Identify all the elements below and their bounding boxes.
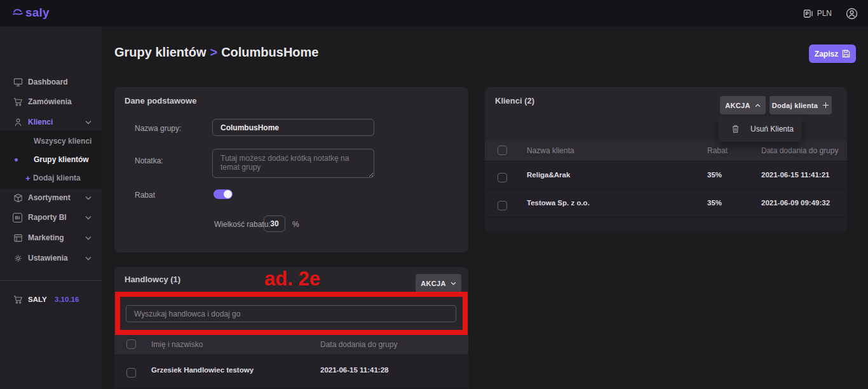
saly-logo-text: saly — [25, 6, 50, 20]
handlowcy-panel: Handlowcy (1) AKCJA Imię i nazwisko Data… — [114, 267, 468, 389]
select-all-checkbox[interactable] — [498, 146, 507, 155]
dane-podstawowe-panel: Dane podstawowe Nazwa grupy: Notatka: Ra… — [114, 87, 468, 252]
sidebar-item-label: Dashboard — [28, 78, 68, 86]
panel-title: Handlowcy (1) — [125, 275, 180, 284]
cell-rabat: 35% — [707, 199, 722, 207]
column-header: Nazwa klienta — [527, 146, 574, 155]
bi-icon-glyph: Bi — [15, 215, 20, 221]
row-checkbox[interactable] — [498, 201, 507, 210]
column-header: Data dodania do grupy — [761, 146, 838, 155]
column-header: Imię i nazwisko — [151, 340, 203, 349]
chevron-down-icon — [85, 256, 92, 261]
trash-icon — [731, 125, 740, 133]
monitor-icon — [13, 77, 23, 87]
save-button-label: Zapisz — [815, 50, 838, 58]
saly-logo-icon — [11, 6, 24, 19]
cart-icon — [13, 97, 23, 107]
sidebar-item-ustawienia[interactable]: Ustawienia — [0, 249, 102, 268]
table-row[interactable]: Testowa Sp. z o.o. 35% 2021-06-09 09:49:… — [485, 189, 847, 217]
akcja-button[interactable]: AKCJA — [416, 274, 461, 292]
table-row[interactable]: Grzesiek Handlowiec testowy 2021-06-15 1… — [114, 355, 468, 388]
cell-data-dodania: 2021-06-09 09:49:32 — [761, 199, 830, 207]
floppy-disk-icon — [842, 50, 850, 58]
save-button[interactable]: Zapisz — [809, 44, 856, 63]
chevron-down-icon — [85, 215, 92, 220]
handlowcy-table-header: Imię i nazwisko Data dodania do grupy — [114, 334, 468, 355]
akcja-button[interactable]: AKCJA — [720, 96, 766, 114]
sidebar-item-label: Asortyment — [28, 193, 71, 202]
chevron-down-icon — [451, 282, 456, 285]
sidebar-subitem-label: Dodaj klienta — [33, 174, 81, 182]
sidebar-item-asortyment[interactable]: Asortyment — [0, 188, 102, 207]
sidebar-item-raporty-bi[interactable]: Bi Raporty BI — [0, 208, 102, 227]
cart-icon — [13, 294, 23, 304]
currency-selector[interactable]: PLN — [803, 9, 832, 18]
panel-title: Klienci (2) — [495, 96, 534, 106]
topbar: saly PLN — [0, 0, 868, 27]
rabat-toggle[interactable] — [214, 189, 233, 199]
klienci-table-header: Nazwa klienta Rabat Data dodania do grup… — [485, 140, 847, 161]
cell-rabat: 35% — [707, 171, 722, 179]
notatka-label: Notatka: — [135, 156, 163, 165]
akcja-dropdown-menu: Usuń Klienta — [719, 116, 801, 142]
box-icon — [13, 193, 23, 203]
plus-icon — [822, 102, 829, 109]
breadcrumb-separator: > — [206, 45, 221, 59]
usun-klienta-menu-item[interactable]: Usuń Klienta — [750, 125, 794, 133]
saly-logo[interactable]: saly — [11, 6, 50, 20]
cell-data-dodania: 2021-06-15 11:41:21 — [761, 171, 829, 179]
select-all-checkbox[interactable] — [126, 339, 136, 349]
sidebar-item-dashboard[interactable]: Dashboard — [0, 72, 102, 92]
dodaj-klienta-button[interactable]: Dodaj klienta — [770, 96, 832, 114]
user-icon — [13, 117, 23, 127]
currency-icon — [803, 9, 813, 18]
chevron-down-icon — [85, 196, 92, 200]
wielkosc-rabatu-label: Wielkość rabatu: — [214, 220, 271, 229]
klienci-submenu: Wszyscy klienci Grupy klientów + Dodaj k… — [0, 130, 102, 189]
table-filler — [485, 217, 847, 232]
gear-icon — [13, 253, 23, 263]
sidebar-subitem-wszyscy-klienci[interactable]: Wszyscy klienci — [0, 132, 102, 150]
table-row[interactable]: Religa&Arak 35% 2021-06-15 11:41:21 — [485, 161, 847, 189]
cell-imie-nazwisko: Grzesiek Handlowiec testowy — [151, 366, 254, 374]
chevron-down-icon — [85, 120, 92, 125]
cell-nazwa-klienta: Religa&Arak — [527, 171, 570, 179]
sidebar-item-klienci[interactable]: Klienci — [0, 113, 102, 132]
currency-label: PLN — [817, 9, 832, 18]
sidebar-item-label: Marketing — [28, 233, 64, 242]
wielkosc-rabatu-input[interactable] — [264, 215, 285, 232]
breadcrumb-parent[interactable]: Grupy klientów — [114, 45, 206, 59]
chevron-up-icon — [755, 104, 761, 107]
akcja-button-label: AKCJA — [421, 280, 445, 287]
nazwa-grupy-input[interactable] — [212, 119, 374, 136]
handlowiec-search-input[interactable] — [126, 305, 456, 322]
sidebar-subitem-grupy-klientow[interactable]: Grupy klientów — [0, 151, 102, 168]
sidebar-divider — [0, 280, 102, 281]
cell-nazwa-klienta: Testowa Sp. z o.o. — [527, 199, 590, 207]
column-header: Data dodania do grupy — [320, 340, 397, 349]
row-checkbox[interactable] — [498, 173, 507, 182]
window-chart-icon — [13, 233, 23, 243]
column-header: Rabat — [707, 146, 728, 155]
sidebar-item-label: Zamówienia — [28, 97, 72, 106]
breadcrumb-current: ColumbusHome — [221, 45, 318, 59]
toggle-knob — [224, 190, 232, 198]
sidebar-item-marketing[interactable]: Marketing — [0, 228, 102, 247]
dodaj-klienta-button-label: Dodaj klienta — [772, 102, 818, 109]
app-version: SALY 3.10.16 — [0, 290, 102, 309]
klienci-panel: Klienci (2) AKCJA Dodaj klienta Usuń Kli… — [485, 87, 847, 232]
akcja-button-label: AKCJA — [725, 102, 750, 109]
user-avatar-icon[interactable] — [846, 8, 858, 20]
sidebar-item-label: Klienci — [28, 118, 53, 126]
notatka-textarea[interactable] — [212, 149, 374, 178]
app-name: SALY — [28, 296, 47, 303]
sidebar-subitem-dodaj-klienta[interactable]: + Dodaj klienta — [0, 169, 102, 187]
sidebar: Dashboard Zamówienia Klienci Wszyscy kli… — [0, 27, 102, 389]
sidebar-item-label: Raporty BI — [28, 213, 67, 222]
version-number: 3.10.16 — [55, 296, 79, 303]
sidebar-subitem-label: Grupy klientów — [34, 155, 89, 164]
plus-icon: + — [25, 174, 31, 183]
active-dot-icon — [15, 158, 18, 161]
row-checkbox[interactable] — [126, 368, 136, 378]
sidebar-item-zamowienia[interactable]: Zamówienia — [0, 92, 102, 111]
